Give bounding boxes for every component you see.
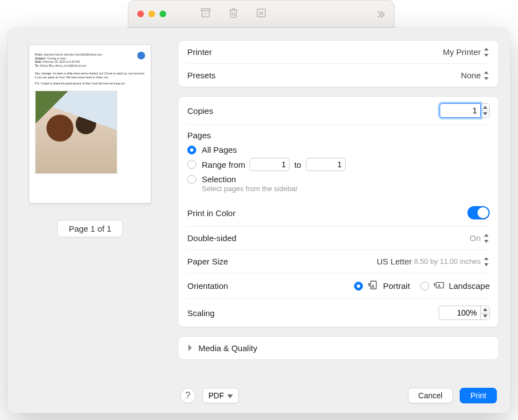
print-color-switch[interactable] (467, 206, 490, 219)
media-quality-disclosure[interactable]: Media & Quality (178, 336, 499, 360)
trash-icon (227, 7, 240, 21)
print-dialog: From: Jasmine Garcia Jasmine.Garcia01@ic… (8, 28, 510, 413)
email-body: Hey, stranger. It's been a while since w… (35, 72, 145, 85)
pages-selection-label: Selection (202, 174, 236, 184)
paper-size-row: Paper Size US Letter 8.50 by 11.00 inche… (187, 249, 490, 273)
pages-title: Pages (187, 131, 490, 140)
print-color-row: Print in Color (187, 199, 490, 226)
radio-icon (354, 282, 363, 291)
pages-selection-option[interactable]: Selection (187, 173, 490, 186)
page-indicator: Page 1 of 1 (57, 220, 123, 237)
scaling-row: Scaling (187, 298, 490, 327)
range-from-input[interactable] (250, 158, 290, 171)
print-button[interactable]: Print (460, 388, 497, 403)
orientation-row: Orientation Portrait Landscape (187, 273, 490, 298)
printer-value: My Printer (443, 47, 481, 57)
copies-stepper[interactable] (481, 103, 490, 118)
paper-size-dimensions: 8.50 by 11.00 inches (414, 257, 481, 266)
stepper-up-icon[interactable] (481, 306, 489, 313)
landscape-icon (434, 280, 445, 292)
stepper-down-icon[interactable] (481, 111, 489, 118)
pages-range-to-label: to (294, 160, 301, 169)
popup-updown-icon (483, 71, 490, 80)
popup-updown-icon (483, 257, 490, 266)
orientation-portrait-label: Portrait (383, 281, 410, 291)
svg-rect-0 (201, 9, 211, 11)
presets-row: Presets None (187, 63, 490, 87)
pages-all-label: All Pages (202, 145, 237, 154)
popup-updown-icon (483, 234, 490, 243)
paper-size-popup[interactable]: US Letter 8.50 by 11.00 inches (377, 257, 490, 266)
main-settings-card: Copies Pages All Pages (178, 96, 499, 327)
pages-range-option[interactable]: Range from to (187, 156, 490, 173)
pages-range-from-label: Range from (202, 160, 245, 169)
preview-page-thumbnail[interactable]: From: Jasmine Garcia Jasmine.Garcia01@ic… (29, 44, 151, 203)
pdf-menu-button[interactable]: PDF (202, 388, 239, 403)
range-to-input[interactable] (306, 158, 346, 171)
email-attachment-photo (35, 91, 117, 174)
scaling-stepper[interactable] (481, 306, 490, 320)
pages-all-option[interactable]: All Pages (187, 143, 490, 156)
close-window-icon[interactable] (137, 11, 144, 17)
chevron-down-icon (227, 391, 233, 400)
paper-size-label: Paper Size (187, 257, 228, 266)
svg-point-5 (438, 284, 439, 286)
traffic-lights (137, 11, 166, 17)
orientation-landscape-label: Landscape (449, 281, 490, 291)
double-sided-popup[interactable]: On (470, 233, 490, 243)
settings-pane: Printer My Printer Presets None Copies (172, 28, 510, 413)
svg-point-3 (372, 285, 374, 287)
dialog-footer: ? PDF Cancel Print (178, 380, 499, 413)
radio-icon (187, 175, 196, 184)
radio-icon (420, 282, 429, 291)
minimize-window-icon[interactable] (148, 11, 155, 17)
cancel-button[interactable]: Cancel (408, 388, 454, 403)
orientation-label: Orientation (187, 281, 228, 291)
help-button[interactable]: ? (180, 388, 196, 403)
scaling-label: Scaling (187, 308, 215, 318)
zoom-window-icon[interactable] (160, 11, 166, 17)
underlying-window-titlebar (128, 0, 395, 28)
orientation-portrait-option[interactable]: Portrait (354, 280, 410, 292)
paper-size-value: US Letter (377, 257, 412, 266)
printer-popup[interactable]: My Printer (443, 47, 490, 57)
email-header: From: Jasmine Garcia Jasmine.Garcia01@ic… (35, 53, 145, 67)
radio-icon (187, 160, 196, 169)
double-sided-value: On (470, 233, 481, 243)
svg-rect-4 (436, 282, 444, 288)
stepper-down-icon[interactable] (481, 313, 489, 320)
avatar-icon (137, 52, 145, 59)
media-quality-label: Media & Quality (198, 343, 257, 353)
double-sided-row: Double-sided On (187, 226, 490, 249)
chevron-right-icon (187, 343, 193, 353)
printer-label: Printer (187, 47, 212, 57)
print-color-label: Print in Color (187, 208, 236, 218)
presets-popup[interactable]: None (461, 71, 490, 80)
presets-label: Presets (187, 71, 216, 80)
copies-label: Copies (187, 106, 213, 116)
orientation-landscape-option[interactable]: Landscape (420, 280, 490, 292)
scaling-input[interactable] (439, 306, 481, 320)
svg-rect-2 (371, 281, 376, 289)
junk-icon (255, 7, 267, 21)
toolbar-icons-disabled (200, 7, 267, 21)
double-sided-label: Double-sided (187, 233, 236, 243)
preview-pane: From: Jasmine Garcia Jasmine.Garcia01@ic… (8, 28, 172, 413)
pages-selection-hint: Select pages from the sidebar (202, 184, 490, 193)
radio-icon (187, 146, 196, 154)
copies-input[interactable] (440, 103, 481, 118)
pdf-label: PDF (208, 391, 224, 400)
printer-row: Printer My Printer (187, 41, 490, 63)
printer-presets-card: Printer My Printer Presets None (178, 40, 499, 87)
toolbar-overflow-icon (374, 8, 386, 23)
presets-value: None (461, 71, 481, 80)
stepper-up-icon[interactable] (481, 104, 489, 111)
portrait-icon (367, 280, 378, 292)
copies-row: Copies (187, 97, 490, 124)
pages-block: Pages All Pages Range from to Se (187, 124, 490, 199)
popup-updown-icon (483, 48, 490, 57)
archive-icon (200, 7, 212, 21)
